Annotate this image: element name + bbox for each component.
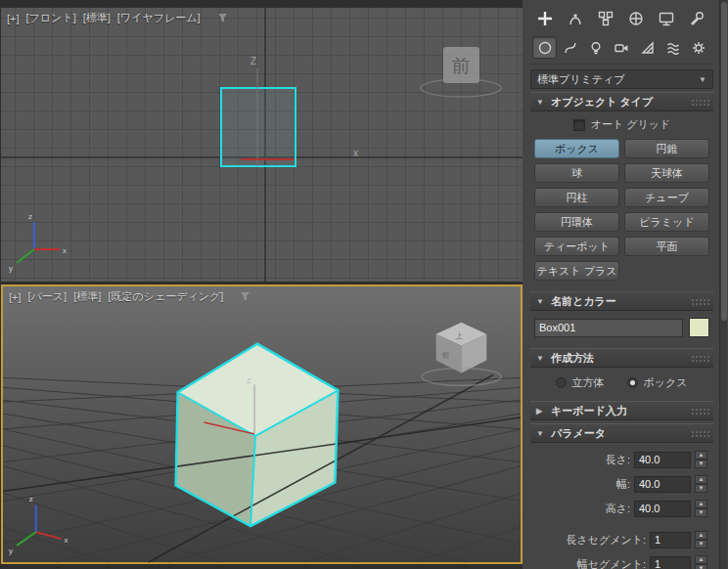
create-tab[interactable] xyxy=(532,7,557,29)
spinner-up-icon[interactable]: ▲ xyxy=(695,531,707,540)
viewcube-face-label[interactable]: 前 xyxy=(452,56,471,76)
create-categories xyxy=(530,34,713,65)
rollout-name-color[interactable]: ▼ 名前とカラー xyxy=(530,291,713,311)
spinner-up-icon[interactable]: ▲ xyxy=(695,451,707,460)
category-geometry[interactable] xyxy=(532,36,557,59)
viewport-menu-standard[interactable]: [標準] xyxy=(73,289,101,304)
cylinder-button[interactable]: 円柱 xyxy=(534,188,619,207)
viewport-menu-pov[interactable]: [フロント] xyxy=(26,11,76,25)
rollout-grip-icon xyxy=(691,430,710,439)
primitive-category-dropdown[interactable]: 標準プリミティブ ▼ xyxy=(530,69,713,89)
perspective-viewport-canvas[interactable]: z 上 前 z x y xyxy=(3,286,521,563)
rollout-creation-method[interactable]: ▼ 作成方法 xyxy=(530,348,713,368)
viewport-menu-shading[interactable]: [ワイヤフレーム] xyxy=(117,11,201,25)
teapot-button[interactable]: ティーポット xyxy=(534,237,619,256)
width-field[interactable] xyxy=(634,476,691,493)
box-wireframe[interactable] xyxy=(221,88,296,166)
motion-tab[interactable] xyxy=(624,7,649,29)
viewcube-perspective[interactable]: 上 前 xyxy=(422,323,501,386)
autogrid-row: オート グリッド xyxy=(530,111,713,137)
sphere-button[interactable]: 球 xyxy=(534,163,619,183)
spinner-up-icon[interactable]: ▲ xyxy=(695,555,707,564)
rollout-grip-icon xyxy=(691,355,710,364)
viewport-filter-icon[interactable] xyxy=(217,13,228,23)
viewport-menu-shading[interactable]: [既定のシェーディング] xyxy=(108,289,223,304)
rollout-parameters[interactable]: ▼ パラメータ xyxy=(530,423,713,443)
cone-button[interactable]: 円錐 xyxy=(624,139,709,158)
wrench-icon xyxy=(688,10,705,27)
height-field[interactable] xyxy=(634,501,691,517)
length-segments-spinner[interactable]: ▲▼ xyxy=(695,531,707,548)
category-helpers[interactable] xyxy=(635,36,660,59)
viewport-front[interactable]: Z x 前 z x y [+] xyxy=(1,8,523,282)
rollout-grip-icon xyxy=(691,99,710,108)
3dsmax-window: Z x 前 z x y [+] xyxy=(0,0,728,569)
rollout-grip-icon xyxy=(691,298,710,307)
rollout-object-type[interactable]: ▼ オブジェクト タイプ xyxy=(530,92,713,111)
viewport-menu-general[interactable]: [+] xyxy=(7,13,20,24)
radio-unselected-icon[interactable] xyxy=(556,377,567,388)
box-button[interactable]: ボックス xyxy=(534,139,619,158)
dropdown-selected-value: 標準プリミティブ xyxy=(537,72,625,87)
category-systems[interactable] xyxy=(687,36,711,59)
object-color-swatch[interactable] xyxy=(689,318,709,337)
modify-tab[interactable] xyxy=(563,7,587,29)
scrollbar-thumb[interactable] xyxy=(721,2,727,321)
length-spinner[interactable]: ▲▼ xyxy=(695,451,707,468)
spinner-down-icon[interactable]: ▼ xyxy=(695,508,707,517)
create-plus-icon xyxy=(536,10,554,27)
display-tab[interactable] xyxy=(655,7,679,29)
light-bulb-icon xyxy=(588,40,604,56)
utilities-tab[interactable] xyxy=(685,7,709,29)
radio-selected-icon[interactable] xyxy=(627,377,638,388)
box-radio-option[interactable]: ボックス xyxy=(627,375,687,390)
geosphere-button[interactable]: 天球体 xyxy=(624,163,709,183)
hierarchy-icon xyxy=(597,10,614,27)
viewport-filter-icon[interactable] xyxy=(240,291,250,302)
cube-radio-option[interactable]: 立方体 xyxy=(556,375,604,390)
viewcube-front-label[interactable]: 前 xyxy=(442,351,450,360)
rollout-title: パラメータ xyxy=(551,426,606,441)
category-shapes[interactable] xyxy=(558,36,582,59)
spinner-down-icon[interactable]: ▼ xyxy=(695,460,707,468)
length-row: 長さ: ▲▼ xyxy=(530,451,711,468)
object-name-input[interactable] xyxy=(534,319,683,337)
length-segments-field[interactable] xyxy=(650,532,691,548)
category-cameras[interactable] xyxy=(610,36,634,59)
category-lights[interactable] xyxy=(584,36,609,59)
viewport-perspective[interactable]: z 上 前 z x y xyxy=(1,284,523,564)
width-segments-spinner[interactable]: ▲▼ xyxy=(695,555,707,569)
panel-scrollbar[interactable] xyxy=(719,0,727,569)
geometry-sphere-icon xyxy=(537,40,553,56)
spinner-up-icon[interactable]: ▲ xyxy=(695,500,707,508)
spinner-down-icon[interactable]: ▼ xyxy=(695,564,707,569)
tube-button[interactable]: チューブ xyxy=(624,188,709,207)
viewport-menu-general[interactable]: [+] xyxy=(9,291,22,303)
viewcube-front-view[interactable]: 前 xyxy=(421,47,501,97)
rollout-open-icon: ▼ xyxy=(536,429,545,438)
autogrid-checkbox[interactable] xyxy=(573,119,585,131)
systems-gear-icon xyxy=(691,40,706,56)
viewport-menu-pov[interactable]: [パース] xyxy=(28,289,68,304)
tripod-z-label: z xyxy=(29,495,33,503)
hierarchy-tab[interactable] xyxy=(593,7,617,29)
chevron-down-icon: ▼ xyxy=(699,75,706,84)
spinner-down-icon[interactable]: ▼ xyxy=(695,540,707,548)
textplus-button[interactable]: テキスト プラス xyxy=(534,261,619,281)
height-spinner[interactable]: ▲▼ xyxy=(695,500,707,517)
length-field[interactable] xyxy=(634,452,691,468)
category-space-warps[interactable] xyxy=(661,36,686,59)
spinner-up-icon[interactable]: ▲ xyxy=(695,475,707,484)
plane-button[interactable]: 平面 xyxy=(624,237,709,256)
rollout-keyboard-entry[interactable]: ▶ キーボード入力 xyxy=(530,401,713,420)
front-viewport-canvas[interactable]: Z x 前 z x y xyxy=(1,8,523,282)
spinner-down-icon[interactable]: ▼ xyxy=(695,484,707,493)
display-monitor-icon xyxy=(658,10,675,27)
viewcube-top-label[interactable]: 上 xyxy=(455,331,464,340)
torus-button[interactable]: 円環体 xyxy=(534,212,619,232)
width-spinner[interactable]: ▲▼ xyxy=(695,475,707,493)
pyramid-button[interactable]: ピラミッド xyxy=(624,212,709,232)
width-segments-field[interactable] xyxy=(650,556,691,569)
viewport-menu-standard[interactable]: [標準] xyxy=(83,11,111,25)
modify-icon xyxy=(567,10,584,27)
